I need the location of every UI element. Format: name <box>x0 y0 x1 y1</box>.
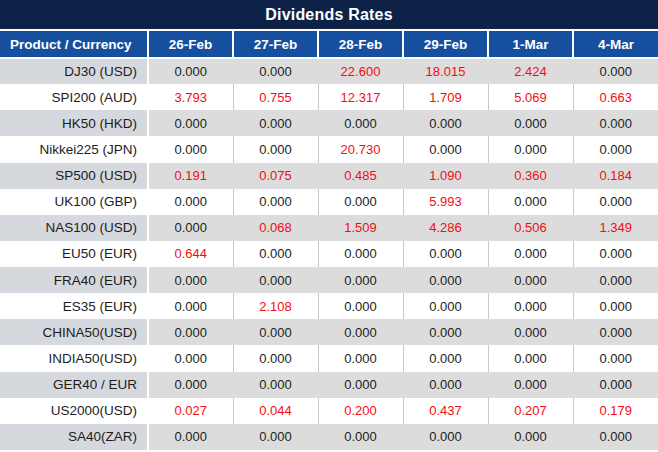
product-currency-header: Product / Currency <box>0 31 148 58</box>
dividend-value-cell: 0.000 <box>148 136 233 162</box>
dividend-value-cell: 4.286 <box>403 215 488 241</box>
dividend-value-cell: 0.485 <box>318 163 403 189</box>
column-header-row: Product / Currency 26-Feb27-Feb28-Feb29-… <box>0 31 658 58</box>
dividend-value-cell: 0.437 <box>403 398 488 424</box>
dividend-value-cell: 0.000 <box>233 267 318 293</box>
dividend-value-cell: 0.000 <box>488 110 573 136</box>
dividend-value-cell: 0.000 <box>488 345 573 371</box>
dividend-value-cell: 0.000 <box>233 136 318 162</box>
date-header-28-feb: 28-Feb <box>318 31 403 58</box>
dividend-value-cell: 0.068 <box>233 215 318 241</box>
dividend-value-cell: 0.075 <box>233 163 318 189</box>
dividend-value-cell: 0.000 <box>148 267 233 293</box>
dividend-value-cell: 0.000 <box>233 372 318 398</box>
dividend-value-cell: 0.000 <box>403 136 488 162</box>
dividend-value-cell: 0.000 <box>488 293 573 319</box>
table-row: ES35 (EUR)0.0002.1080.0000.0000.0000.000 <box>0 293 658 319</box>
dividend-value-cell: 0.000 <box>318 319 403 345</box>
table-row: HK50 (HKD)0.0000.0000.0000.0000.0000.000 <box>0 110 658 136</box>
dividend-value-cell: 0.000 <box>148 110 233 136</box>
product-cell: FRA40 (EUR) <box>0 267 148 293</box>
product-cell: GER40 / EUR <box>0 372 148 398</box>
dividend-value-cell: 0.000 <box>318 189 403 215</box>
dividend-value-cell: 0.000 <box>148 189 233 215</box>
page-title: Dividends Rates <box>265 6 392 24</box>
dividend-value-cell: 0.184 <box>573 163 658 189</box>
product-cell: SA40(ZAR) <box>0 424 148 450</box>
product-cell: SP500 (USD) <box>0 163 148 189</box>
dividend-value-cell: 22.600 <box>318 58 403 84</box>
dividend-value-cell: 0.000 <box>488 319 573 345</box>
dividend-value-cell: 5.069 <box>488 84 573 110</box>
dividend-value-cell: 0.000 <box>318 241 403 267</box>
product-cell: DJ30 (USD) <box>0 58 148 84</box>
dividend-value-cell: 12.317 <box>318 84 403 110</box>
date-header-4-mar: 4-Mar <box>573 31 658 58</box>
dividend-value-cell: 0.000 <box>148 58 233 84</box>
dividend-value-cell: 0.000 <box>573 293 658 319</box>
table-row: Nikkei225 (JPN)0.0000.00020.7300.0000.00… <box>0 136 658 162</box>
dividend-value-cell: 0.000 <box>318 424 403 450</box>
product-cell: SPI200 (AUD) <box>0 84 148 110</box>
product-cell: INDIA50(USD) <box>0 345 148 371</box>
dividend-value-cell: 0.000 <box>403 319 488 345</box>
table-row: EU50 (EUR)0.6440.0000.0000.0000.0000.000 <box>0 241 658 267</box>
date-header-1-mar: 1-Mar <box>488 31 573 58</box>
dividend-value-cell: 0.000 <box>403 267 488 293</box>
dividend-value-cell: 0.644 <box>148 241 233 267</box>
dividend-value-cell: 0.000 <box>573 319 658 345</box>
dividend-value-cell: 0.179 <box>573 398 658 424</box>
date-header-27-feb: 27-Feb <box>233 31 318 58</box>
dividend-value-cell: 0.000 <box>148 215 233 241</box>
dividend-value-cell: 0.755 <box>233 84 318 110</box>
table-row: GER40 / EUR0.0000.0000.0000.0000.0000.00… <box>0 372 658 398</box>
dividend-value-cell: 0.000 <box>318 293 403 319</box>
dividend-value-cell: 0.000 <box>488 189 573 215</box>
title-bar: Dividends Rates <box>0 0 658 31</box>
dividend-value-cell: 18.015 <box>403 58 488 84</box>
table-row: NAS100 (USD)0.0000.0681.5094.2860.5061.3… <box>0 215 658 241</box>
dividend-value-cell: 0.000 <box>403 110 488 136</box>
product-cell: HK50 (HKD) <box>0 110 148 136</box>
dividend-value-cell: 0.000 <box>573 110 658 136</box>
dividend-value-cell: 0.000 <box>403 424 488 450</box>
dividend-value-cell: 0.000 <box>488 241 573 267</box>
dividend-value-cell: 0.000 <box>233 345 318 371</box>
product-cell: EU50 (EUR) <box>0 241 148 267</box>
table-row: DJ30 (USD)0.0000.00022.60018.0152.4240.0… <box>0 58 658 84</box>
table-row: UK100 (GBP)0.0000.0000.0005.9930.0000.00… <box>0 189 658 215</box>
table-row: SA40(ZAR)0.0000.0000.0000.0000.0000.000 <box>0 424 658 450</box>
table-row: SP500 (USD)0.1910.0750.4851.0900.3600.18… <box>0 163 658 189</box>
dividend-value-cell: 0.027 <box>148 398 233 424</box>
dividend-value-cell: 5.993 <box>403 189 488 215</box>
dividend-value-cell: 0.000 <box>573 345 658 371</box>
product-cell: CHINA50(USD) <box>0 319 148 345</box>
dividend-value-cell: 0.000 <box>573 372 658 398</box>
table-row: SPI200 (AUD)3.7930.75512.3171.7095.0690.… <box>0 84 658 110</box>
dividend-value-cell: 2.424 <box>488 58 573 84</box>
product-cell: ES35 (EUR) <box>0 293 148 319</box>
dividend-value-cell: 20.730 <box>318 136 403 162</box>
dividend-value-cell: 0.000 <box>488 372 573 398</box>
dividend-value-cell: 1.709 <box>403 84 488 110</box>
dividend-value-cell: 0.663 <box>573 84 658 110</box>
dividend-value-cell: 0.000 <box>573 136 658 162</box>
dividend-value-cell: 0.000 <box>148 293 233 319</box>
dividend-value-cell: 0.000 <box>573 241 658 267</box>
dividend-value-cell: 0.000 <box>148 372 233 398</box>
dividend-value-cell: 0.506 <box>488 215 573 241</box>
dividend-value-cell: 0.044 <box>233 398 318 424</box>
dividend-value-cell: 0.000 <box>488 136 573 162</box>
dividend-value-cell: 0.000 <box>148 424 233 450</box>
dividend-value-cell: 0.000 <box>233 58 318 84</box>
dividend-value-cell: 0.000 <box>148 319 233 345</box>
dividend-value-cell: 0.360 <box>488 163 573 189</box>
dividend-value-cell: 0.000 <box>233 110 318 136</box>
dividend-value-cell: 0.000 <box>488 267 573 293</box>
dividend-value-cell: 0.000 <box>233 319 318 345</box>
product-cell: US2000(USD) <box>0 398 148 424</box>
dividend-value-cell: 0.000 <box>488 424 573 450</box>
dividend-value-cell: 2.108 <box>233 293 318 319</box>
dividend-value-cell: 0.207 <box>488 398 573 424</box>
date-header-29-feb: 29-Feb <box>403 31 488 58</box>
